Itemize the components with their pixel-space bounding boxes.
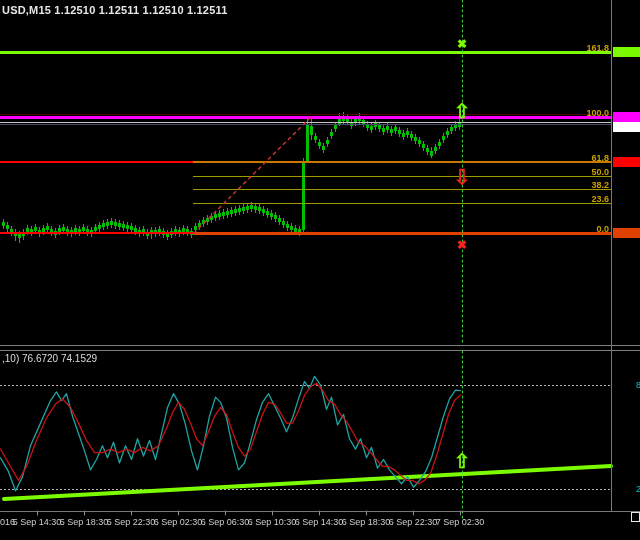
time-label: 6 Sep 14:30 [295,517,344,527]
time-label: 5 Sep 14:30 [13,517,62,527]
time-label: 6 Sep 18:30 [342,517,391,527]
chart-canvas[interactable] [0,0,640,540]
fib-level-label: 161.8 [586,43,609,53]
price-scale-border [611,0,612,511]
indicator-scale-label: 20 [636,484,640,494]
time-label: 6 Sep 06:30 [201,517,250,527]
axis-end-box [631,512,640,522]
fib-level-label: 38.2 [591,180,609,190]
fib-level-label: 50.0 [591,167,609,177]
trading-platform-window: USD,M15 1.12510 1.12511 1.12510 1.12511 … [0,0,640,540]
fib-level-label: 23.6 [591,194,609,204]
cross-buy-close-marker[interactable]: ✖ [457,38,467,50]
time-label: 5 Sep 18:30 [60,517,109,527]
time-label: 5 Sep 22:30 [107,517,156,527]
fib-level-label: 100.0 [586,108,609,118]
divider-line-top [0,345,640,346]
indicator-scale-label: 80 [636,380,640,390]
symbol-ohlc-label: USD,M15 1.12510 1.12511 1.12510 1.12511 [2,4,228,16]
arrow-up-signal-marker[interactable]: ⇧ [454,101,471,121]
fib-level-label: 61.8 [591,153,609,163]
arrow-up-indicator-marker[interactable]: ⇧ [454,451,471,471]
fib-0-tick [613,228,640,238]
time-label: 6 Sep 10:30 [248,517,297,527]
arrow-down-signal-marker[interactable]: ⇩ [454,167,471,187]
pane-divider[interactable] [0,344,640,351]
fib-level-label: 0.0 [596,224,609,234]
fib-61-tick [613,157,640,167]
time-label: 6 Sep 22:30 [389,517,438,527]
indicator-value-label: ,10) 76.6720 74.1529 [2,353,97,364]
cross-sell-close-marker[interactable]: ✖ [457,239,467,251]
time-label: 7 Sep 02:30 [436,517,485,527]
price-tick [613,122,640,132]
fib-161-tick [613,47,640,57]
fib-100-tick [613,112,640,122]
time-label: 6 Sep 02:30 [154,517,203,527]
time-axis-border [0,511,640,512]
divider-line-bottom [0,350,640,351]
